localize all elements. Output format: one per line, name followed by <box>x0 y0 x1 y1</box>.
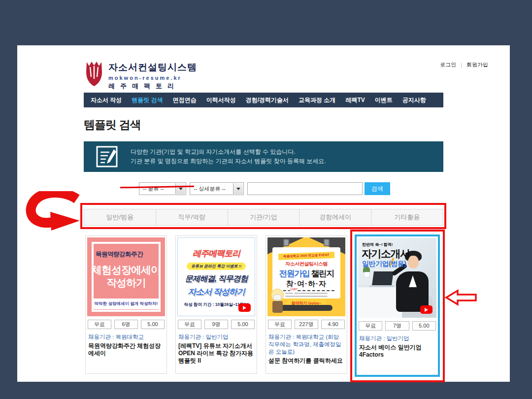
rating-badge: 5.00 <box>141 320 165 329</box>
poster-caption: 막막한 성장에세이 쉽게 작성하자! <box>94 299 159 309</box>
nav-item-template-search[interactable]: 템플릿 검색 <box>127 96 167 104</box>
youtube-play-icon <box>420 305 432 314</box>
nav-item-event[interactable]: 이벤트 <box>370 96 398 104</box>
tab-experience-essay[interactable]: 경험에세이 <box>299 209 371 225</box>
card-stats: 무료 7명 5.00 <box>358 321 436 331</box>
card-org: 채용기관 : 일반기업 <box>358 335 436 342</box>
template-card-3[interactable]: 목원대학교 2020 전교생 EVENT 자소서컨설팅시스템 전원가입 챌린지 … <box>266 235 347 374</box>
poster-title: 자기소개서 <box>362 247 410 261</box>
poster-brand: 레주메팩토리 <box>178 248 255 259</box>
page-title: 템플릿 검색 <box>84 117 140 133</box>
count-badge: 9명 <box>204 320 228 329</box>
template-card-1[interactable]: 목원역량강화주간 체험성장에세이 작성하기 막막한 성장에세이 쉽게 작성하자!… <box>85 235 167 374</box>
rating-badge: 4.90 <box>321 320 345 329</box>
price-badge: 무료 <box>359 321 382 331</box>
nav-item-curriculum[interactable]: 교육과정 소개 <box>294 96 340 104</box>
poster-footer-bar <box>280 305 332 311</box>
face-mask <box>273 295 281 300</box>
laptop <box>372 271 394 285</box>
price-badge: 무료 <box>178 320 201 329</box>
card-stats: 무료 227명 4.90 <box>267 320 345 329</box>
rating-badge: 5.00 <box>231 320 255 329</box>
poster-image-2: 레주메팩토리 유튜브 온라인 특강 이벤트 !! 문제해결, 직무경험 자소서 … <box>177 237 255 316</box>
search-row: -- 분류 -- -- 상세분류 -- 검색 <box>17 182 510 195</box>
count-badge: 227명 <box>295 320 318 329</box>
tab-etc[interactable]: 기타활용 <box>371 209 443 225</box>
subcategory-select-value: -- 상세분류 -- <box>194 185 226 193</box>
poster-tag: 목원역량강화주간 <box>96 250 143 259</box>
poster-chant: 참·여·하·자 <box>272 279 340 289</box>
divider: | <box>461 62 462 68</box>
poster-brand: 자소서컨설팅시스템 <box>272 261 340 267</box>
logo-subtitle: 레주매팩토리 <box>108 82 197 91</box>
account-links: 로그인 | 회원가입 <box>440 61 488 68</box>
banner-line-1: 다양한 기관(기업 및 학교)의 자기소개서를 선택할 수 있습니다. <box>131 147 326 157</box>
nav-item-resume[interactable]: 이력서작성 <box>201 96 241 104</box>
fine-print-line <box>285 296 328 297</box>
logo-title: 자소서컨설팅시스템 <box>108 61 197 74</box>
nav-item-experience[interactable]: 경험/경력기술서 <box>241 96 294 104</box>
nav-item-write[interactable]: 자소서 작성 <box>86 96 127 104</box>
poster-badge: 유튜브 온라인 특강 이벤트 !! <box>187 263 246 270</box>
poster-subtitle: 일반기업(범용) <box>362 260 406 268</box>
card-org: 채용기관 : 목원대학교 (희망직무에는 학과명, 제출예정일은 오늘로) <box>267 333 345 356</box>
subcategory-select[interactable]: -- 상세분류 -- <box>190 182 244 195</box>
poster-ribbon: 목원대학교 2020 전교생 EVENT <box>278 252 334 260</box>
fine-print-line <box>285 293 328 294</box>
signup-link[interactable]: 회원가입 <box>466 61 488 68</box>
write-document-icon <box>96 146 118 167</box>
info-banner: 다양한 기관(기업 및 학교)의 자기소개서를 선택할 수 있습니다. 기관 분… <box>84 141 443 172</box>
nav-item-interview[interactable]: 면접연습 <box>168 96 201 104</box>
card-stats: 무료 6명 5.00 <box>87 320 165 329</box>
price-badge: 무료 <box>88 320 111 329</box>
poster-image-1: 목원역량강화주간 체험성장에세이 작성하기 막막한 성장에세이 쉽게 작성하자! <box>87 237 165 316</box>
login-link[interactable]: 로그인 <box>440 61 456 68</box>
template-card-4-highlighted[interactable]: 한번에 쓱~! 합격! 자기소개서 일반기업(범용) 무료 7명 5.00 채용… <box>355 234 440 377</box>
count-badge: 6명 <box>114 320 138 329</box>
poster-title: 작성하기 <box>87 276 165 290</box>
template-card-2[interactable]: 레주메팩토리 유튜브 온라인 특강 이벤트 !! 문제해결, 직무경험 자소서 … <box>175 235 257 374</box>
main-nav: 자소서 작성 템플릿 검색 면접연습 이력서작성 경험/경력기술서 교육과정 소… <box>84 93 443 107</box>
app: 자소서컨설팅시스템 mokwon-resume.kr 레주매팩토리 로그인 | … <box>0 0 532 399</box>
youtube-play-icon <box>238 303 251 312</box>
poster-title: 문제해결, 직무경험 <box>178 274 255 284</box>
search-button[interactable]: 검색 <box>365 182 390 195</box>
tab-organization[interactable]: 기관/기업 <box>228 209 300 225</box>
card-title: 자소서 베이스 일반기업 4Factors <box>358 344 436 359</box>
mascot-character <box>269 289 286 314</box>
card-title: 목원역량강화주간 체험성장에세이 <box>87 342 165 357</box>
category-select-value: -- 분류 -- <box>143 185 164 193</box>
category-select[interactable]: -- 분류 -- <box>139 182 186 195</box>
logo-crest-icon <box>84 60 104 88</box>
rating-badge: 5.00 <box>412 321 436 331</box>
price-badge: 무료 <box>268 320 292 329</box>
search-input[interactable] <box>247 182 363 195</box>
tab-job-competency[interactable]: 직무/역량 <box>156 209 228 225</box>
card-org: 채용기관 : 목원대학교 <box>87 333 165 341</box>
banner-line-2: 기관 분류 및 명칭으로 희망하는 기관의 자소서 템플릿 찾아 등록해 보세요… <box>131 157 326 166</box>
tab-general[interactable]: 일반/범용 <box>84 209 156 225</box>
count-badge: 7명 <box>385 321 409 331</box>
poster-title: 체험성장에세이 <box>87 263 165 277</box>
card-stats: 무료 9명 5.00 <box>177 320 255 329</box>
banner-text: 다양한 기관(기업 및 학교)의 자기소개서를 선택할 수 있습니다. 기관 분… <box>131 147 326 166</box>
chevron-down-icon <box>175 183 185 194</box>
card-org: 채용기관 : 일반기업 <box>177 333 255 341</box>
poster-title: 전원가입 챌린지 <box>272 268 340 279</box>
card-title: [레팩TV] 유튜브 자기소개서 OPEN 라이브 특강 참가자용 템플릿 II <box>177 342 255 365</box>
card-title: 설문 참여하기를 클릭하세요 <box>267 357 345 365</box>
site-logo[interactable]: 자소서컨설팅시스템 mokwon-resume.kr 레주매팩토리 <box>84 60 197 91</box>
logo-domain: mokwon-resume.kr <box>108 75 197 81</box>
binder-clip-icon <box>283 239 289 246</box>
category-tabs: 일반/범용 직무/역량 기관/기업 경험에세이 기타활용 <box>84 209 443 226</box>
poster-image-4: 한번에 쓱~! 합격! 자기소개서 일반기업(범용) <box>358 238 436 318</box>
nav-item-repack-tv[interactable]: 레팩TV <box>340 96 369 104</box>
nav-item-notice[interactable]: 공지사항 <box>398 96 431 104</box>
poster-title: 자소서 작성하기 <box>178 286 255 298</box>
chevron-down-icon <box>233 183 243 194</box>
page: 자소서컨설팅시스템 mokwon-resume.kr 레주매팩토리 로그인 | … <box>17 45 510 382</box>
poster-image-3: 목원대학교 2020 전교생 EVENT 자소서컨설팅시스템 전원가입 챌린지 … <box>267 237 345 316</box>
binder-clip-icon <box>324 239 330 246</box>
dashed-divider <box>278 290 334 291</box>
